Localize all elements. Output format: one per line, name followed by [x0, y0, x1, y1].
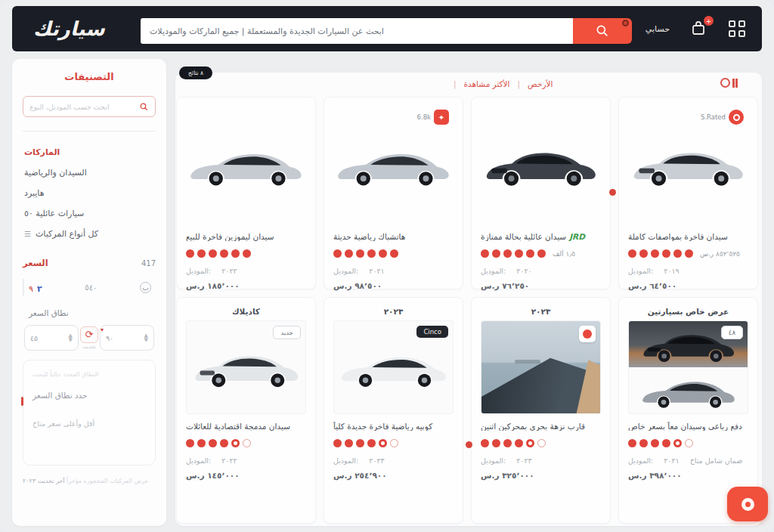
cart-button[interactable]: +	[689, 20, 709, 38]
results-count-badge: ٨ نتائج	[179, 66, 212, 79]
camera-icon	[741, 498, 754, 511]
min-price-stepper[interactable]: ٤٥ ▲▼	[24, 325, 79, 351]
car-images: ٤٨	[628, 320, 748, 414]
rating-dot	[503, 439, 512, 447]
sidebar-item-all-vehicles[interactable]: ☰ كل أنواع المركبات	[23, 224, 156, 244]
sort-icons[interactable]: ٢ ٩	[29, 280, 42, 295]
account-link[interactable]: حسابي	[646, 24, 670, 34]
circle-view-icon	[720, 78, 730, 88]
product-card[interactable]: سيدان ليموزين فاخرة للبيع الموديل:٢٠٢٢ ١…	[176, 97, 316, 289]
rating-dot	[209, 249, 217, 258]
search-icon[interactable]	[139, 102, 149, 112]
rating-dot	[492, 249, 500, 258]
card-badge[interactable]: ٤٨	[721, 326, 743, 339]
range-hint: النطاق المحدد حالياً للبحث	[33, 370, 146, 380]
sort-links: | الأكثر مشاهدة | الأرخص	[454, 79, 553, 88]
search-input[interactable]	[141, 18, 573, 44]
site-logo[interactable]: سيارتك	[33, 17, 139, 40]
product-card[interactable]: ٢٠٢٣ Cinco كوبيه رياضية فاخرة جديدة كليا…	[324, 297, 463, 524]
product-card[interactable]: S.Rated سيدان فاخرة بمواصفات كاملة ٨٥٢٬٥…	[618, 97, 758, 289]
card-badge[interactable]: S.Rated	[701, 110, 744, 125]
car-meta: الموديل:٢٠٢٠	[481, 267, 601, 275]
rating-dot	[628, 439, 636, 447]
car-meta: الموديل:٢٠١٩	[628, 267, 748, 275]
card-badge[interactable]	[579, 326, 596, 342]
car-price: ٩٨٬٥٠٠ ر.س	[333, 281, 454, 290]
product-card[interactable]: سيدان عائلية بحالة ممتازةJRD ١٫٥ ألف الم…	[471, 97, 611, 289]
rating-dot	[367, 249, 376, 258]
price-label[interactable]: السعر	[23, 258, 48, 268]
product-card[interactable]: كاديلاك جديد سيدان مدمجة اقتصادية للعائل…	[176, 297, 316, 524]
camera-fab-button[interactable]	[727, 487, 768, 521]
card-badge[interactable]: 6.8k ✦	[417, 110, 449, 125]
sidebar-item-sedans[interactable]: السيدان والرياضية	[23, 162, 156, 183]
sidebar-search-input[interactable]	[29, 103, 139, 111]
rating-dot	[390, 439, 398, 447]
top-navigation-bar: سيارتك حسابي +	[12, 6, 762, 51]
view-toggle-button[interactable]	[720, 78, 738, 88]
rating: ١٫٥ ألف	[481, 249, 601, 258]
car-meta: الموديل:٢٠٢٣	[481, 456, 601, 465]
rating-dot	[220, 439, 228, 447]
notification-dot	[622, 20, 629, 26]
rating-dot	[673, 249, 682, 258]
range-primary-option[interactable]: حدد نطاق السعر	[33, 391, 146, 400]
refresh-icon[interactable]: ⟳	[80, 326, 98, 343]
car-title: سيدان فاخرة بمواصفات كاملة	[628, 232, 748, 241]
car-image: S.Rated	[628, 105, 748, 224]
verified-icon[interactable]	[729, 110, 744, 125]
list-view-icon	[732, 79, 738, 88]
rating-dot	[639, 249, 648, 258]
product-card[interactable]: ٢٠٢٣ قارب نزهة بحري بمحركين اثنين	[471, 297, 611, 524]
search-button[interactable]	[573, 18, 632, 44]
car-meta: الموديل:٢٠٢١	[333, 267, 454, 275]
record-icon[interactable]	[579, 326, 596, 342]
page: سيارتك حسابي +	[0, 0, 774, 532]
sort-most-viewed-link[interactable]: الأكثر مشاهدة	[464, 79, 510, 88]
sidebar-item-brands[interactable]: الماركات	[23, 142, 156, 162]
car-image: Cinco	[333, 320, 454, 414]
stepper-arrows-icon[interactable]: ▲▼	[69, 333, 73, 342]
sidebar-item-family[interactable]: سيارات عائلية ٥٠	[23, 203, 156, 224]
sort-cheapest-link[interactable]: الأرخص	[528, 79, 553, 88]
filter-quick-row: ٢ ٩ ٥٤٠ ب	[23, 279, 156, 296]
car-title: سيدان ليموزين فاخرة للبيع	[186, 232, 306, 241]
price-range-label: نطاق السعر	[23, 308, 156, 317]
filter-option-icon[interactable]: ب	[140, 282, 151, 293]
rating	[628, 439, 748, 447]
card-badge[interactable]: جديد	[273, 326, 301, 339]
car-meta: الموديل:٢٠٢٣	[333, 456, 454, 465]
car-image	[481, 105, 601, 224]
sidebar-item-hybrid[interactable]: هايبرد	[23, 183, 156, 203]
max-price-stepper[interactable]: ٩٠ ▲▼	[100, 325, 154, 351]
rating-dot	[662, 249, 670, 258]
product-card[interactable]: 6.8k ✦ هاتشباك رياضية حديثة الموديل:٢٠٢١…	[324, 97, 463, 289]
rating-dot	[197, 439, 206, 447]
rating-dot	[651, 439, 659, 447]
rating-dot	[651, 249, 659, 258]
category-menu: الماركات السيدان والرياضية هايبرد سيارات…	[23, 142, 156, 244]
car-title: هاتشباك رياضية حديثة	[333, 232, 454, 241]
rating-dot	[367, 439, 376, 447]
apps-menu-icon[interactable]	[729, 20, 745, 37]
rating: ٨٥٢٬٥٢٥ ر.س	[628, 249, 748, 258]
rating-dot	[481, 249, 489, 258]
rating-dot	[356, 439, 364, 447]
refresh-range[interactable]: ⟳ ▾ تحديث	[80, 326, 98, 350]
card-header: كاديلاك	[186, 307, 306, 316]
rating-dot	[333, 439, 342, 447]
rating-dot	[685, 439, 693, 447]
car-price: ٣٢٥٬٠٠٠ ر.س	[481, 471, 601, 480]
sidebar-footer: عرض المركبات المحجوزة مؤخراً آخر تحديث ٢…	[23, 478, 156, 484]
range-summary-box: النطاق المحدد حالياً للبحث حدد نطاق السع…	[23, 360, 156, 466]
rating-dot	[379, 439, 387, 447]
rating-dot	[481, 439, 489, 447]
card-badge[interactable]: Cinco	[416, 326, 448, 338]
range-secondary-option[interactable]: أقل وأعلى سعر متاح	[33, 419, 146, 428]
stepper-arrows-icon[interactable]: ▲▼	[144, 333, 148, 342]
favorite-icon[interactable]: ✦	[434, 110, 449, 125]
rating-dot	[243, 439, 251, 447]
carousel-dot	[466, 441, 472, 448]
search-icon	[595, 23, 610, 39]
rating-dot	[526, 439, 534, 447]
